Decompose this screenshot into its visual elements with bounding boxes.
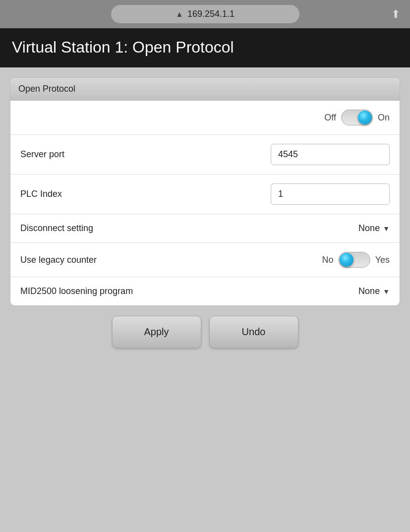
undo-button[interactable]: Undo: [209, 316, 298, 348]
open-protocol-card: Open Protocol Off On Server port PLC Ind…: [10, 77, 400, 306]
disconnect-setting-row: Disconnect setting None ▼: [10, 214, 400, 243]
mid2500-dropdown[interactable]: None ▼: [358, 286, 390, 296]
server-port-row: Server port: [10, 135, 400, 175]
no-label: No: [322, 255, 334, 265]
button-row: Apply Undo: [112, 316, 298, 348]
share-button[interactable]: ⬆: [391, 8, 400, 21]
server-port-label: Server port: [20, 149, 64, 160]
page-title: Virtual Station 1: Open Protocol: [12, 38, 398, 57]
address-text: 169.254.1.1: [187, 9, 234, 19]
plc-index-label: PLC Index: [20, 189, 62, 199]
legacy-counter-row: Use legacy counter No Yes: [10, 243, 400, 277]
card-header: Open Protocol: [10, 78, 400, 101]
legacy-counter-thumb: [340, 253, 353, 267]
plc-index-row: PLC Index: [10, 175, 400, 214]
page-header: Virtual Station 1: Open Protocol: [0, 28, 410, 67]
apply-button[interactable]: Apply: [112, 316, 201, 348]
mid2500-value: None: [358, 286, 380, 296]
yes-label: Yes: [375, 255, 390, 265]
disconnect-setting-dropdown[interactable]: None ▼: [358, 223, 390, 234]
legacy-counter-toggle[interactable]: [339, 252, 370, 268]
on-label: On: [378, 113, 390, 123]
warning-icon: ▲: [176, 10, 183, 19]
legacy-counter-toggle-wrap[interactable]: No Yes: [322, 252, 390, 268]
main-content: Open Protocol Off On Server port PLC Ind…: [0, 67, 410, 532]
toggle-control[interactable]: Off On: [324, 110, 390, 125]
off-label: Off: [324, 113, 336, 123]
address-bar[interactable]: ▲ 169.254.1.1: [111, 5, 299, 23]
server-port-input[interactable]: [271, 144, 390, 165]
toggle-thumb: [358, 111, 372, 124]
toggle-row: Off On: [10, 101, 400, 135]
disconnect-arrow-icon: ▼: [383, 225, 390, 233]
mid2500-arrow-icon: ▼: [383, 288, 390, 296]
browser-bar: ▲ 169.254.1.1 ⬆: [0, 0, 410, 28]
disconnect-setting-value: None: [358, 223, 380, 234]
mid2500-row: MID2500 loosening program None ▼: [10, 277, 400, 305]
mid2500-label: MID2500 loosening program: [20, 286, 133, 296]
legacy-counter-label: Use legacy counter: [20, 255, 97, 265]
plc-index-input[interactable]: [271, 183, 390, 205]
on-off-toggle[interactable]: [341, 110, 373, 125]
disconnect-setting-label: Disconnect setting: [20, 223, 93, 234]
